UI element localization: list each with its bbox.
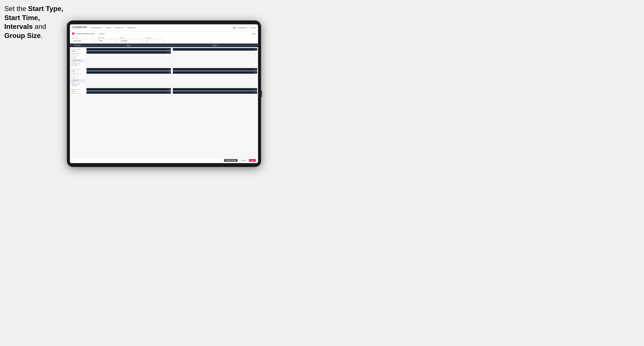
slot-expand-7[interactable]: ⊞ (255, 72, 256, 73)
slot-actions-7: ✕ ⊞ (254, 72, 256, 73)
starting-hole-input-1[interactable]: 1 ▲ (71, 54, 78, 57)
intervals-group: Intervals 10 Minutes ▾ (120, 37, 143, 42)
slot-expand-11[interactable]: ⊞ (255, 92, 256, 93)
slot-close-4[interactable]: ✕ (167, 69, 168, 70)
stepper-up-1[interactable]: ▲ (76, 55, 78, 56)
group-actions-1: ⬡ Remove Group + Add Group (71, 63, 84, 66)
add-group-2[interactable]: + Add Group (71, 85, 84, 86)
group-3-right: ✕ ⊞ ✕ ⊞ (86, 87, 258, 95)
breadcrumb-tournament[interactable]: Clippd Invitational (Mar) (76, 33, 94, 35)
tablet-device: SCOREBOARD Powered by clipp'd TOURNAMENT… (67, 20, 261, 167)
start-type-value: 1st Tee Start (73, 40, 81, 42)
starting-hole-input-2[interactable]: 1 ▲ (71, 75, 78, 77)
add-group-1[interactable]: + Add Group (71, 65, 84, 66)
sign-out-link[interactable]: Sign out (250, 27, 256, 28)
slot-actions-8: ✕ ⊞ (167, 89, 170, 90)
instruction-normal1: and (33, 23, 46, 30)
brand-icon: C (72, 32, 75, 35)
course-tag-1: 🏌 (A) Peachtree GC ✕ ✎ (71, 59, 84, 62)
start-time-value: 10:00 (99, 40, 102, 42)
slot-close-9[interactable]: ✕ (167, 92, 168, 93)
nav-rankings[interactable]: RANKINGS (127, 26, 136, 29)
th-team2: Team 2 (172, 43, 258, 47)
slot-expand-5[interactable]: ⊞ (169, 72, 170, 73)
slot-actions-6: ✕ ⊞ (254, 69, 256, 70)
course-remove-1[interactable]: ✕ (81, 60, 82, 61)
starting-time-label-2: STARTING TIME: (71, 69, 84, 70)
breadcrumb-bar: C Clippd Invitational (Mar) › Hosting ‹ … (70, 31, 258, 36)
player-slot-6-2: ✕ ⊞ (173, 91, 257, 94)
slot-expand-10[interactable]: ⊞ (255, 89, 256, 90)
remove-group-1[interactable]: ⬡ Remove Group (71, 63, 84, 64)
player-slot-1-2: ✕ ⊞ (86, 51, 171, 54)
logo-sub: Powered by clipp'd (72, 28, 87, 29)
group-3-left: STARTING TIME: ⏱ STARTING HOLE: (70, 87, 86, 95)
cancel-button[interactable]: Cancel (239, 159, 248, 162)
team1-cell-3: ✕ ⊞ ✕ ⊞ (86, 87, 172, 95)
group-2-right: ✕ ⊞ ✕ ⊞ (86, 67, 258, 87)
slot-close-8[interactable]: ✕ (167, 89, 168, 90)
course-edit-2[interactable]: ✎ (83, 80, 84, 81)
player-slot-2-1: ✕ ⊞ (173, 48, 257, 51)
table-row: STARTING TIME: ⏱ STARTING HOLE: ✕ (70, 87, 258, 96)
th-team1: Team 1 (86, 43, 172, 47)
slot-expand-4[interactable]: ⊞ (169, 69, 170, 70)
slot-expand-2[interactable]: ⊞ (169, 52, 170, 53)
slot-expand-3[interactable]: ⊞ (255, 49, 256, 50)
slot-expand-8[interactable]: ⊞ (169, 89, 170, 90)
team1-cell-2: ✕ ⊞ ✕ ⊞ (86, 67, 172, 87)
starting-time-input-2[interactable] (71, 70, 78, 72)
course-icon-1: 🏌 (72, 60, 73, 61)
instruction-bold4: Group Size (4, 32, 41, 39)
back-button[interactable]: ‹ Back (251, 33, 256, 35)
nav-tournaments[interactable]: TOURNAMENTS (90, 26, 103, 29)
course-edit-1[interactable]: ✎ (83, 60, 84, 61)
reset-changes-button[interactable]: Reset Changes (224, 159, 238, 162)
intervals-label: Intervals (120, 37, 143, 38)
slot-expand-9[interactable]: ⊞ (169, 92, 170, 93)
starting-time-input-3[interactable] (71, 90, 78, 92)
slot-close-1[interactable]: ✕ (167, 49, 168, 50)
stepper-up-2[interactable]: ▲ (76, 75, 78, 76)
group-actions-2: ⬡ Remove Group + Add Group (71, 83, 84, 86)
instruction-period: . (41, 32, 43, 39)
slot-actions-2: ✕ ⊞ (167, 52, 170, 53)
group-size-select[interactable]: 3 ▾ (146, 39, 165, 42)
intervals-select[interactable]: 10 Minutes ▾ (120, 39, 143, 42)
player-slot-3-2: ✕ ⊞ (86, 71, 171, 74)
starting-time-label-3: STARTING TIME: (71, 89, 84, 90)
group-size-label: Group Size (146, 37, 165, 38)
slot-close-10[interactable]: ✕ (254, 89, 254, 90)
slot-close-5[interactable]: ✕ (167, 72, 168, 73)
start-type-select[interactable]: 1st Tee Start ▾ (72, 39, 96, 42)
player-slot-6-1: ✕ ⊞ (173, 88, 257, 91)
player-slot-4-2: ✕ ⊞ (173, 71, 257, 74)
course-name-2: East Lake GC (74, 79, 81, 82)
slot-expand-1[interactable]: ⊞ (169, 49, 170, 50)
starting-time-label-1: STARTING TIME: (71, 49, 84, 50)
table-row: STARTING TIME: ⏱ STARTING HOLE: 1 ▲ COUR… (70, 47, 258, 67)
slot-close-7[interactable]: ✕ (254, 72, 254, 73)
course-remove-2[interactable]: ✕ (81, 80, 82, 81)
slot-actions-11: ✕ ⊞ (254, 92, 256, 93)
slot-expand-6[interactable]: ⊞ (255, 69, 256, 70)
starting-time-input-1[interactable] (71, 50, 78, 52)
remove-group-2[interactable]: ⬡ Remove Group (71, 83, 84, 84)
course-name-1: (A) Peachtree GC (74, 59, 81, 62)
course-tag-2: 🏌 East Lake GC ✕ ✎ (71, 79, 84, 83)
slot-actions: ✕ ⊞ (167, 49, 170, 50)
intervals-value: 10 Minutes (120, 40, 128, 42)
start-time-select[interactable]: 10:00 🕐 (98, 39, 117, 42)
th-tee-label: Tee Time (70, 43, 86, 47)
breadcrumb-separator: › (96, 33, 97, 35)
nav-teams[interactable]: TEAMS (106, 26, 111, 29)
slot-close-2[interactable]: ✕ (167, 52, 168, 53)
group-1-right: ✕ ⊞ ✕ ⊞ (86, 47, 258, 67)
user-email: blair@clipp'd.io (237, 27, 247, 28)
nav-committee[interactable]: COMMITTEE (114, 26, 124, 29)
slot-close-11[interactable]: ✕ (254, 92, 254, 93)
slot-close-6[interactable]: ✕ (254, 69, 254, 70)
slot-close-3[interactable]: ✕ (254, 49, 254, 50)
slot-actions-5: ✕ ⊞ (167, 72, 170, 73)
save-button[interactable]: Save (249, 159, 256, 162)
